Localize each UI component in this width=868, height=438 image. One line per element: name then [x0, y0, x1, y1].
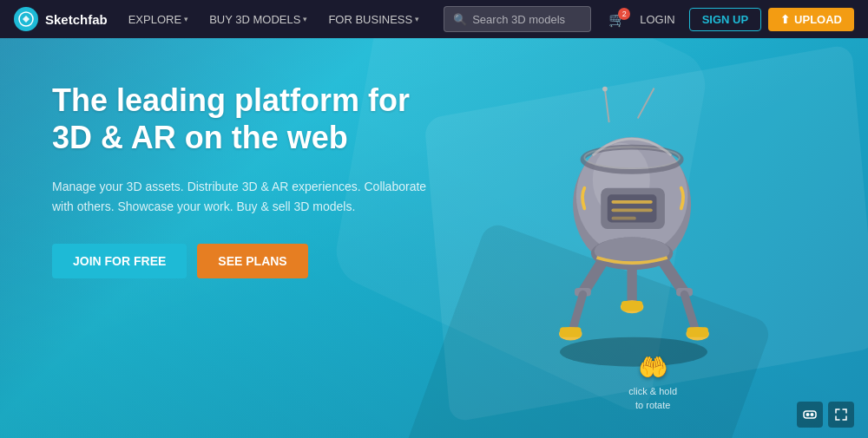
cart-badge: 2 — [618, 8, 630, 20]
svg-point-3 — [602, 87, 608, 92]
hero-buttons: JOIN FOR FREE SEE PLANS — [52, 244, 443, 278]
rotate-text: click & hold to rotate — [628, 385, 677, 412]
search-bar[interactable]: 🔍 — [444, 6, 591, 32]
join-for-free-button[interactable]: JOIN FOR FREE — [52, 244, 187, 278]
upload-icon: ⬆ — [780, 13, 790, 26]
login-button[interactable]: LOGIN — [633, 13, 681, 26]
chevron-down-icon: ▾ — [303, 15, 307, 23]
hero-description: Manage your 3D assets. Distribute 3D & A… — [52, 177, 443, 216]
svg-rect-19 — [560, 327, 582, 337]
chevron-down-icon: ▾ — [184, 15, 188, 23]
svg-rect-10 — [612, 200, 653, 204]
hero-section: The leading platform for 3D & AR on the … — [0, 38, 868, 438]
svg-rect-12 — [612, 217, 636, 220]
nav-explore[interactable]: EXPLORE ▾ — [122, 0, 195, 38]
svg-line-22 — [685, 295, 696, 332]
svg-point-32 — [811, 413, 814, 416]
upload-button[interactable]: ⬆ UPLOAD — [768, 8, 854, 31]
svg-rect-27 — [621, 301, 643, 311]
see-plans-button[interactable]: SEE PLANS — [197, 244, 307, 278]
svg-rect-11 — [612, 208, 653, 212]
hero-title: The leading platform for 3D & AR on the … — [52, 82, 443, 156]
rotate-hint: 🤲 click & hold to rotate — [628, 353, 677, 412]
search-input[interactable] — [472, 13, 582, 26]
nav-buy-3d-models[interactable]: BUY 3D MODELS ▾ — [202, 0, 314, 38]
nav-for-business[interactable]: FOR BUSINESS ▾ — [321, 0, 426, 38]
search-icon: 🔍 — [453, 13, 467, 26]
svg-line-17 — [572, 295, 582, 332]
svg-rect-24 — [687, 327, 708, 337]
logo[interactable]: Sketchfab — [14, 7, 108, 31]
cart-button[interactable]: 🛒 2 — [608, 11, 626, 28]
rotate-hands-icon: 🤲 — [638, 353, 668, 382]
svg-point-31 — [806, 413, 810, 416]
logo-icon — [14, 7, 38, 31]
logo-text: Sketchfab — [45, 12, 108, 27]
svg-rect-30 — [804, 411, 816, 418]
fullscreen-button[interactable] — [828, 402, 854, 428]
svg-line-4 — [638, 88, 654, 119]
vr-button[interactable] — [797, 402, 823, 428]
navbar: Sketchfab EXPLORE ▾ BUY 3D MODELS ▾ FOR … — [0, 0, 868, 38]
svg-line-2 — [605, 89, 609, 122]
chevron-down-icon: ▾ — [415, 15, 419, 23]
hero-content: The leading platform for 3D & AR on the … — [52, 82, 443, 278]
bottom-controls — [797, 402, 854, 428]
robot-3d-model[interactable] — [469, 56, 799, 402]
nav-right: 🛒 2 LOGIN SIGN UP ⬆ UPLOAD — [608, 8, 854, 31]
signup-button[interactable]: SIGN UP — [689, 8, 761, 31]
